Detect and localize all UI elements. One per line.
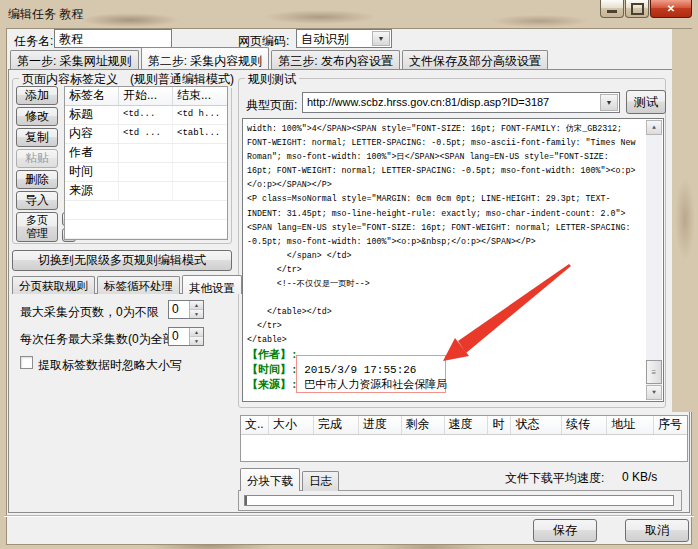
desktop-wallpaper-strip — [672, 29, 698, 412]
chevron-down-icon[interactable]: ▼ — [372, 31, 390, 46]
encoding-select[interactable]: 自动识别 ▼ — [296, 29, 392, 48]
application-window: 编辑任务 教程 ✕ 任务名: 教程 网页编码: 自动识别 ▼ 第一步: 采集网址… — [0, 0, 698, 549]
thumb-grip-icon: ≡ — [652, 368, 657, 377]
avg-speed-value: 0 KB/s — [622, 470, 657, 484]
download-progress-panel — [238, 490, 682, 511]
sub-tab-strip: 分页获取规则 标签循环处理 其他设置 — [12, 275, 244, 294]
col-resume[interactable]: 续传 — [562, 416, 607, 434]
tag-table: 标签名 开始... 结束... 标题 <td... <td h... 内容 <t… — [64, 86, 228, 240]
caption-buttons: ✕ — [599, 0, 692, 18]
paste-tag-button[interactable]: 粘贴 — [16, 149, 58, 168]
tab-paging-rules[interactable]: 分页获取规则 — [12, 276, 95, 294]
spin-up-icon[interactable]: ▲ — [190, 301, 203, 310]
multipage-manage-button[interactable]: 多页 管理 — [16, 212, 58, 242]
window-title: 编辑任务 教程 — [8, 6, 83, 23]
close-icon: ✕ — [667, 3, 675, 14]
download-list-header: 文.. 大小 完成 进度 剩余 速度 时 状态 续传 地址 序号 — [241, 416, 687, 435]
window-titlebar: 编辑任务 教程 ✕ — [0, 0, 698, 28]
tab-other-settings[interactable]: 其他设置 — [182, 275, 242, 294]
ignore-case-label: 提取标签数据时忽略大小写 — [38, 357, 182, 374]
tab-step1-url-rules[interactable]: 第一步: 采集网址规则 — [10, 50, 139, 69]
col-address[interactable]: 地址 — [607, 416, 654, 434]
tab-step3-publish-settings[interactable]: 第三步: 发布内容设置 — [271, 50, 400, 69]
table-row[interactable]: 时间 — [65, 163, 227, 182]
tab-log[interactable]: 日志 — [302, 471, 339, 491]
typical-page-url-value: http://www.scbz.hrss.gov.cn:81/disp.asp?… — [307, 96, 549, 108]
col-speed[interactable]: 速度 — [445, 416, 489, 434]
task-name-input[interactable]: 教程 — [54, 29, 172, 48]
col-size[interactable]: 大小 — [269, 416, 314, 434]
max-collect-stepper[interactable]: 0 ▲▼ — [168, 327, 204, 346]
tab-step4-file-advanced-settings[interactable]: 文件保存及部分高级设置 — [402, 50, 548, 69]
tab-chunk-download[interactable]: 分块下载 — [240, 468, 300, 491]
add-tag-button[interactable]: 添加 — [16, 86, 58, 105]
col-remaining[interactable]: 剩余 — [402, 416, 445, 434]
minimize-button[interactable] — [600, 0, 624, 18]
scrollbar-thumb[interactable]: ≡ — [646, 360, 662, 384]
encoding-value: 自动识别 — [301, 32, 349, 46]
table-row[interactable]: 来源 — [65, 182, 227, 201]
col-time[interactable]: 时 — [488, 416, 511, 434]
spin-down-icon[interactable]: ▼ — [190, 310, 203, 318]
chevron-down-icon[interactable]: ▼ — [600, 94, 618, 111]
tag-table-header: 标签名 开始... 结束... — [65, 87, 227, 106]
modify-tag-button[interactable]: 修改 — [16, 107, 58, 126]
test-button[interactable]: 测试 — [626, 90, 666, 114]
table-row[interactable]: 内容 <td ... <tabl... — [65, 125, 227, 144]
progress-zero-marker — [245, 496, 247, 505]
typical-page-label: 典型页面: — [246, 97, 297, 114]
tab-step2-content-rules[interactable]: 第二步: 采集内容规则 — [141, 47, 270, 69]
typical-page-url-combo[interactable]: http://www.scbz.hrss.gov.cn:81/disp.asp?… — [302, 92, 620, 113]
minimize-icon — [607, 10, 617, 13]
col-start[interactable]: 开始... — [119, 87, 173, 105]
switch-multipage-mode-button[interactable]: 切换到无限级多页规则编辑模式 — [12, 250, 232, 271]
max-collect-label: 每次任务最大采集数(0为全部): — [20, 331, 182, 348]
table-row-empty — [65, 201, 227, 220]
max-pages-stepper[interactable]: 0 ▲▼ — [168, 300, 204, 319]
download-progress-bar — [244, 495, 674, 506]
import-tag-button[interactable]: 导入 — [16, 191, 58, 210]
tab-label-loop[interactable]: 标签循环处理 — [97, 276, 180, 294]
close-button[interactable]: ✕ — [650, 0, 692, 18]
table-row-empty — [65, 220, 227, 239]
table-row[interactable]: 标题 <td... <td h... — [65, 106, 227, 125]
max-pages-label: 最大采集分页数，0为不限 — [20, 304, 159, 321]
scroll-up-icon[interactable]: ▲ — [646, 120, 662, 135]
html-source-code: width: 100%">4</SPAN><SPAN style="FONT-S… — [247, 122, 643, 394]
maximize-button[interactable] — [625, 0, 649, 18]
col-tag-name[interactable]: 标签名 — [65, 87, 119, 105]
maximize-icon — [631, 3, 644, 15]
col-end[interactable]: 结束... — [173, 87, 227, 105]
delete-tag-button[interactable]: 删除 — [16, 170, 58, 189]
spin-down-icon[interactable]: ▼ — [190, 337, 203, 345]
col-progress[interactable]: 进度 — [359, 416, 402, 434]
save-button[interactable]: 保存 — [533, 519, 597, 542]
download-tab-strip: 分块下载 日志 — [240, 468, 341, 491]
footer-separator — [4, 515, 694, 517]
spin-up-icon[interactable]: ▲ — [190, 328, 203, 337]
col-index[interactable]: 序号 — [654, 416, 687, 434]
ignore-case-checkbox[interactable] — [20, 356, 33, 369]
col-file[interactable]: 文.. — [241, 416, 269, 434]
table-row[interactable]: 作者 — [65, 144, 227, 163]
col-done[interactable]: 完成 — [314, 416, 359, 434]
rule-test-group-title: 规则测试 — [245, 71, 299, 88]
cancel-button[interactable]: 取消 — [625, 519, 689, 542]
download-file-list: 文.. 大小 完成 进度 剩余 速度 时 状态 续传 地址 序号 — [240, 415, 688, 462]
scroll-down-icon[interactable]: ▼ — [646, 385, 662, 400]
annotation-highlight-box — [296, 355, 446, 393]
vertical-scrollbar[interactable]: ▲ ≡ ▼ — [646, 120, 662, 400]
avg-speed-label: 文件下载平均速度: — [505, 470, 604, 487]
col-status[interactable]: 状态 — [511, 416, 562, 434]
main-tab-strip: 第一步: 采集网址规则 第二步: 采集内容规则 第三步: 发布内容设置 文件保存… — [10, 47, 550, 69]
copy-tag-button[interactable]: 复制 — [16, 128, 58, 147]
